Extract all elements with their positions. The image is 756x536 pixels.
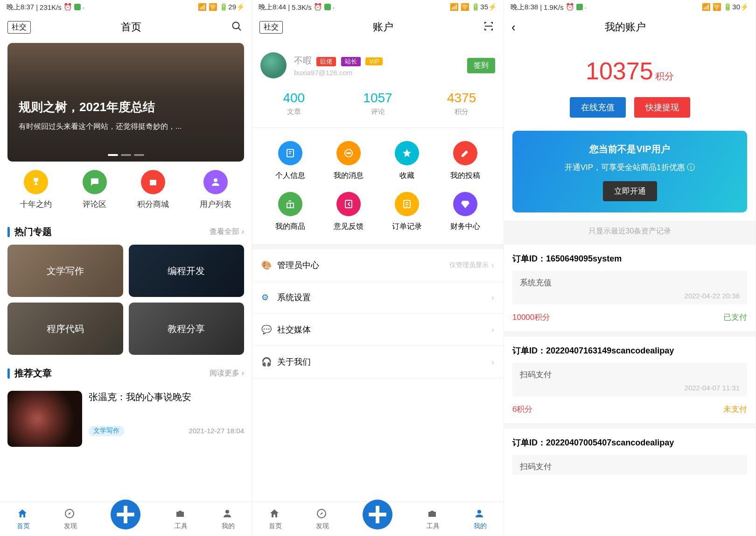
article-tag[interactable]: 文学写作 (89, 426, 124, 436)
battery-icon: 🔋35⚡ (471, 3, 497, 11)
action-posts[interactable]: 我的投稿 (436, 141, 494, 181)
withdraw-button[interactable]: 快捷提现 (634, 97, 690, 118)
vip-subtitle: 开通VIP，可享受全站商品1折优惠 ⓘ (522, 162, 738, 173)
carousel-dots[interactable] (108, 154, 144, 156)
menu-about[interactable]: 🎧关于我们› (252, 346, 504, 378)
nav-tools[interactable]: 工具 (175, 508, 188, 530)
avatar[interactable] (260, 52, 287, 78)
action-messages[interactable]: 我的消息 (320, 141, 378, 181)
nav-tools[interactable]: 工具 (427, 508, 440, 530)
article-date: 2021-12-27 18:04 (189, 427, 244, 435)
category-comments[interactable]: 评论区 (83, 170, 107, 210)
svg-point-9 (214, 178, 217, 182)
search-icon[interactable] (231, 21, 244, 34)
page-title: 我的账户 (516, 20, 735, 34)
menu-settings[interactable]: ⚙系统设置› (252, 282, 504, 314)
svg-rect-7 (153, 181, 154, 182)
menu-admin[interactable]: 🎨管理员中心仅管理员显示› (252, 249, 504, 282)
scan-icon[interactable] (483, 21, 496, 34)
order-item[interactable]: 订单ID：1650649095system 系统充值 2022-04-22 20… (504, 245, 756, 337)
gift-icon (278, 192, 302, 216)
category-icons: 十年之约 评论区 积分商城 用户列表 (0, 168, 252, 218)
svg-rect-8 (154, 181, 155, 182)
article-thumbnail (7, 391, 82, 447)
svg-rect-26 (428, 512, 436, 517)
back-icon[interactable]: ‹ (511, 20, 516, 35)
chevron-right-icon: › (491, 293, 494, 303)
hero-banner[interactable]: 规则之树，2021年度总结 有时候回过头来看这个网站，还觉得挺奇妙的，... (7, 43, 244, 162)
category-shop[interactable]: 积分商城 (137, 170, 169, 210)
support-icon: 🎧 (261, 357, 271, 367)
points-unit: 积分 (655, 71, 674, 81)
stat-articles[interactable]: 400文章 (252, 91, 336, 116)
svg-point-4 (96, 181, 97, 182)
diamond-icon (453, 192, 477, 216)
category-users[interactable]: 用户列表 (200, 170, 231, 210)
topic-tutorial[interactable]: 教程分享 (129, 303, 245, 355)
status-speed: 231K/s (40, 3, 62, 11)
chevron-right-icon: › (491, 261, 494, 270)
section-title: 热门专题 (14, 226, 52, 238)
screen-account: 晚上8:44 | 5.3K/s ⏰ · 📶 🛜 🔋35⚡ 社交 账户 不暇 巨佬… (252, 0, 504, 536)
recharge-button[interactable]: 在线充值 (570, 97, 626, 118)
order-type: 系统充值 (520, 277, 740, 288)
vip-activate-button[interactable]: 立即开通 (603, 181, 657, 201)
category-badge[interactable]: 社交 (7, 21, 31, 34)
order-status: 已支付 (723, 312, 747, 323)
status-bar: 晚上8:37 | 231K/s ⏰ · 📶 🛜 🔋29⚡ (0, 0, 252, 14)
order-id: 订单ID：20220407163149scancodealipay (512, 345, 747, 356)
stat-comments[interactable]: 1057评论 (336, 91, 420, 116)
svg-rect-13 (176, 512, 184, 517)
read-more-link[interactable]: 阅读更多 › (210, 368, 244, 378)
fab-add[interactable] (363, 500, 392, 529)
view-all-link[interactable]: 查看全部 › (210, 227, 244, 237)
article-item[interactable]: 张温克：我的心事说晚安 文学写作 2021-12-27 18:04 (0, 386, 252, 447)
message-icon (336, 141, 361, 165)
badge-admin: 站长 (341, 57, 361, 66)
action-profile[interactable]: 个人信息 (261, 141, 320, 181)
order-item[interactable]: 订单ID：20220407163149scancodealipay 扫码支付 2… (504, 337, 756, 429)
wifi-icon: 🛜 (461, 3, 469, 11)
action-orders[interactable]: 订单记录 (378, 192, 436, 232)
topic-code[interactable]: 程序代码 (7, 303, 123, 355)
svg-point-27 (477, 510, 481, 514)
signal-icon: 📶 (702, 3, 711, 11)
article-title: 张温克：我的心事说晚安 (89, 391, 244, 403)
section-title: 推荐文章 (14, 367, 52, 380)
chat-icon: 💬 (261, 324, 271, 335)
action-favorites[interactable]: 收藏 (378, 141, 436, 181)
action-feedback[interactable]: 意见反馈 (320, 192, 378, 232)
nav-discover[interactable]: 发现 (316, 508, 329, 530)
action-goods[interactable]: 我的商品 (261, 192, 320, 232)
menu-list: 🎨管理员中心仅管理员显示› ⚙系统设置› 💬社交媒体› 🎧关于我们› (252, 249, 504, 378)
category-badge[interactable]: 社交 (259, 21, 283, 34)
app-indicator-icon (74, 4, 81, 10)
nav-mine[interactable]: 我的 (474, 508, 487, 530)
user-icon (203, 170, 228, 194)
header: 社交 首页 (0, 14, 252, 40)
category-ten-years[interactable]: 十年之约 (20, 170, 52, 210)
nav-home[interactable]: 首页 (269, 508, 282, 530)
signal-icon: 📶 (450, 3, 459, 11)
nav-mine[interactable]: 我的 (222, 508, 235, 530)
nav-discover[interactable]: 发现 (64, 508, 77, 530)
svg-point-2 (92, 181, 93, 182)
records-hint: 只显示最近30条资产记录 (504, 221, 756, 245)
menu-social[interactable]: 💬社交媒体› (252, 314, 504, 346)
action-finance[interactable]: 财务中心 (436, 192, 494, 232)
status-time: 晚上8:38 (511, 3, 538, 12)
signal-icon: 📶 (198, 3, 207, 11)
header: 社交 账户 (252, 14, 504, 40)
checkin-button[interactable]: 签到 (467, 58, 495, 73)
topic-programming[interactable]: 编程开发 (129, 245, 245, 297)
order-item[interactable]: 订单ID：20220407005407scancodealipay 扫码支付 (504, 429, 756, 479)
fab-add[interactable] (111, 500, 140, 529)
nav-home[interactable]: 首页 (17, 508, 30, 530)
page-title: 首页 (31, 20, 231, 34)
app-indicator-icon (324, 4, 331, 10)
profile-header: 不暇 巨佬 站长 VIP buxia97@126.com 签到 (252, 40, 504, 88)
topic-literature[interactable]: 文学写作 (7, 245, 123, 297)
stat-points[interactable]: 4375积分 (420, 91, 504, 116)
gear-icon: ⚙ (261, 292, 271, 303)
trophy-icon (24, 170, 48, 194)
